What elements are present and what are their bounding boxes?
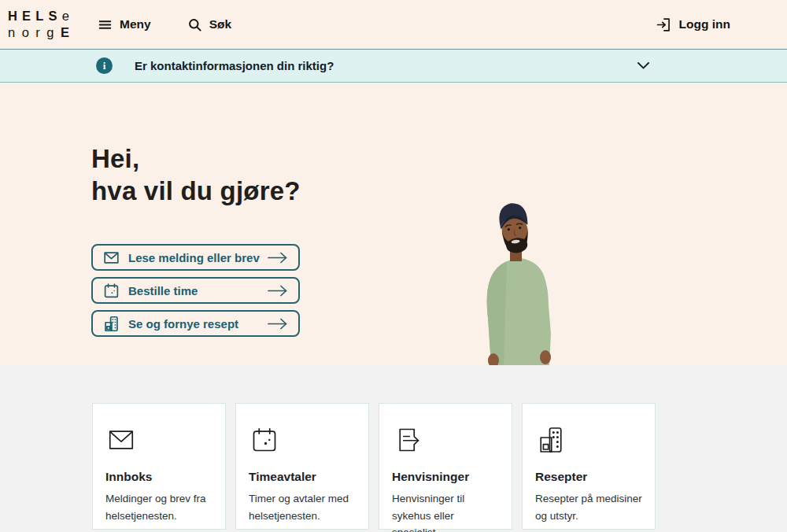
banner-text: Er kontaktinformasjonen din riktig? <box>135 59 334 72</box>
hero-actions: Lese melding eller brev Bestille time Se… <box>91 244 300 337</box>
calendar-icon <box>103 283 120 299</box>
arrow-right-icon <box>267 317 288 331</box>
logo-line-1: HELSe <box>8 8 69 24</box>
card-title: Innboks <box>105 470 212 484</box>
card-title: Henvisninger <box>392 470 499 484</box>
menu-label: Meny <box>120 17 151 31</box>
search-button[interactable]: Søk <box>187 17 231 32</box>
arrow-right-icon <box>267 251 288 264</box>
card-description: Timer og avtaler med helsetjenesten. <box>249 490 356 524</box>
envelope-icon <box>105 426 137 454</box>
login-button[interactable]: Logg inn <box>656 17 730 33</box>
logo-line-2: norgE <box>8 24 69 41</box>
search-icon <box>187 17 202 32</box>
hero-section: Hei, hva vil du gjøre? Lese melding elle… <box>0 83 787 365</box>
card-description: Henvisninger til sykehus eller spesialis… <box>392 490 499 532</box>
top-header: HELSe norgE Meny Søk Logg inn <box>0 0 787 49</box>
helsenorge-homepage: HELSe norgE Meny Søk Logg inn i Er konta… <box>0 0 787 532</box>
hero-heading-line1: Hei, <box>91 144 139 173</box>
service-card[interactable]: Henvisninger Henvisninger til sykehus el… <box>379 403 512 530</box>
hero-action-button[interactable]: Se og fornye resept <box>91 310 300 337</box>
prescription-icon <box>535 426 567 454</box>
card-description: Resepter på medisiner og utstyr. <box>535 490 642 524</box>
service-card[interactable]: Resepter Resepter på medisiner og utstyr… <box>522 403 656 530</box>
arrow-right-icon <box>267 284 288 297</box>
hero-action-button[interactable]: Lese melding eller brev <box>91 244 300 271</box>
referral-icon <box>392 426 423 454</box>
service-card[interactable]: Innboks Meldinger og brev fra helsetjene… <box>92 403 226 530</box>
hero-heading-line2: hva vil du gjøre? <box>91 176 301 205</box>
info-icon: i <box>96 57 113 74</box>
login-icon <box>656 17 672 33</box>
hero-action-button[interactable]: Bestille time <box>91 277 300 304</box>
service-card[interactable]: Timeavtaler Timer og avtaler med helsetj… <box>235 403 369 530</box>
chevron-down-icon[interactable] <box>635 57 652 74</box>
envelope-icon <box>103 249 120 266</box>
card-title: Timeavtaler <box>249 470 356 484</box>
person-photo <box>467 198 568 365</box>
hamburger-icon <box>98 17 113 32</box>
card-description: Meldinger og brev fra helsetjenesten. <box>105 490 212 524</box>
card-title: Resepter <box>535 470 642 484</box>
search-label: Søk <box>209 17 231 31</box>
menu-button[interactable]: Meny <box>98 17 151 32</box>
hero-heading: Hei, hva vil du gjøre? <box>91 142 301 207</box>
cards-row: Innboks Meldinger og brev fra helsetjene… <box>92 403 656 530</box>
calendar-icon <box>249 426 280 454</box>
helsenorge-logo[interactable]: HELSe norgE <box>8 8 72 41</box>
quick-links-section: Innboks Meldinger og brev fra helsetjene… <box>0 365 787 532</box>
contact-info-banner[interactable]: i Er kontaktinformasjonen din riktig? <box>0 49 787 83</box>
login-label: Logg inn <box>679 17 730 31</box>
prescription-icon <box>103 316 120 332</box>
